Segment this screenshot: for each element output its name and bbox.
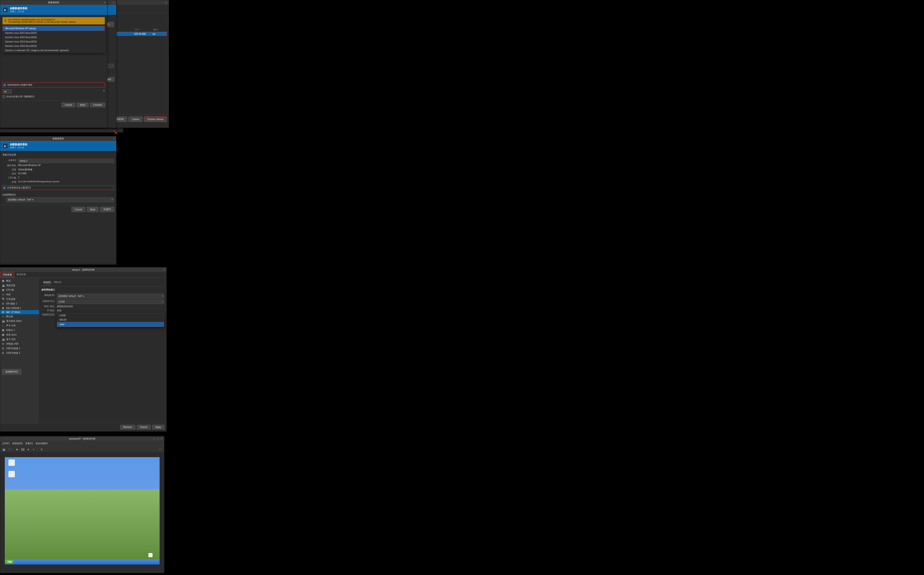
menu-sendkey[interactable]: 发送按键(K) [36,442,48,445]
play-icon[interactable]: ▶ [16,447,19,451]
cdrom-icon: ◉ [2,307,5,310]
computer-icon: 💻 [2,284,5,287]
menu-vm[interactable]: 虚拟机(M) [12,442,22,445]
os-option[interactable]: Generic Linux 2020 (linux2020) [3,35,105,40]
console-icon: ▣ [2,329,5,332]
sidebar-display[interactable]: 💻显示协议 Spice [0,319,39,323]
tab-begin-install[interactable]: 开始安装 [0,272,14,278]
cancel-button[interactable]: Cancel [137,425,151,429]
sidebar-memory[interactable]: ▭内存 [0,292,39,297]
vm-display[interactable]: 开始 [0,453,164,569]
sidebar-ide-cdrom[interactable]: ◉IDE CDROM 1 [0,306,39,310]
add-hardware-button[interactable]: 添加硬件(D) [2,369,21,375]
sidebar-console[interactable]: ▣控制台 1 [0,328,39,332]
clear-icon[interactable]: ⊗ [103,89,105,92]
choose-volume-button[interactable]: Choose Volume [144,116,167,122]
apply-button[interactable]: Apply [152,425,165,429]
tray-icon[interactable] [146,553,155,558]
os-option[interactable]: Generic or unknown OS. Usage is not reco… [3,48,105,52]
sidebar-sysinfo[interactable]: 💻系统信息 [0,283,39,288]
new-vm-step5: 新建虚拟机× ▶创建新虚拟系统步骤 5，共 5 步 准备开始安装 名称(N) 操… [0,136,116,264]
sidebar-video[interactable]: 💻显卡 QXL [0,337,39,342]
maximize-icon[interactable]: □ [156,437,160,440]
xp-taskbar: 开始 [5,559,160,564]
tab-details[interactable]: 详情(D) [43,281,51,285]
sidebar-boot[interactable]: 🔍引导选项 [0,297,39,302]
sidebar-usb-redir2[interactable]: ⊟USB 转发器 2 [0,351,39,355]
tab-xml[interactable]: XML(X) [54,281,62,285]
sidebar-channel[interactable]: ▣信道 spice [0,332,39,337]
tab-cancel-install[interactable]: 取消安装 [14,272,28,278]
cancel-button[interactable]: Cancel [62,103,75,107]
sidebar-overview[interactable]: ▣概况 [0,279,39,283]
os-option[interactable]: Generic Linux 2022 (linux2022) [3,31,105,35]
os-search-input[interactable] [3,89,12,94]
red-arrow-icon: → [0,81,1,86]
model-option[interactable]: e1000 [57,313,164,318]
chevron-down-icon[interactable]: ▾ [32,447,36,451]
sound-icon: ♪ [2,324,5,327]
remove-button[interactable]: Remove [120,425,135,429]
pause-icon[interactable]: ❚❚ [21,447,25,451]
sidebar-nic[interactable]: ⊞NIC :27:28:41 [0,310,39,314]
console-icon[interactable]: 💻 [2,447,6,451]
minimize-icon[interactable]: — [153,437,156,440]
model-option[interactable]: rtl8139 [57,318,164,322]
vm-name-input[interactable] [18,159,114,163]
checkbox-auto-detect[interactable]: 自动从安装介质 / 源检测(U) [3,95,105,98]
sidebar-ide-disk[interactable]: ⊟IDE 磁盘 1 [0,302,39,306]
menu-view[interactable]: 查看(V) [25,442,33,445]
my-computer-icon[interactable] [7,471,16,478]
usb-icon: ⊟ [2,347,5,350]
snapshot-icon[interactable]: ⊞ [40,447,43,451]
xp-desktop: 开始 [5,457,160,564]
close-icon[interactable]: × [112,1,115,4]
menu-file[interactable]: 文件(F) [2,442,10,445]
start-button[interactable]: 开始 [5,560,14,564]
channel-icon: ▣ [2,334,5,336]
forward-button[interactable]: Forward [90,103,105,107]
sidebar-usb-controller[interactable]: ⊟控制器 USB [0,342,39,346]
os-option[interactable]: Generic Linux 2016 (linux2016) [3,44,105,48]
sidebar-usb-redir1[interactable]: ⊟USB 转发器 1 [0,346,39,351]
back-button[interactable]: Back [87,206,98,212]
model-option[interactable]: virtio [57,322,164,327]
close-icon[interactable]: × [162,268,165,271]
sidebar-sound[interactable]: ♪声卡 ich6 [0,323,39,328]
sidebar-cpu[interactable]: ▦CPU 数 [0,288,39,292]
search-icon: 🔍 [2,298,5,300]
usb-icon: ⊟ [2,343,5,345]
sidebar-tablet[interactable]: ▭数位板 [0,314,39,319]
usb-icon: ⊟ [2,352,5,354]
device-model-select[interactable]: e1000 [57,300,164,304]
recycle-bin-icon[interactable] [7,459,16,466]
network-select[interactable]: 虚拟网络 'default' : NAT ▾ [6,197,114,202]
back-button[interactable]: Back [77,103,89,107]
cpu-icon: ▦ [2,289,5,291]
close-icon[interactable]: × [165,1,168,4]
fullscreen-icon[interactable]: ⛶ [159,447,162,451]
close-icon[interactable]: × [160,437,163,440]
os-option[interactable]: Generic Linux 2018 (linux2018) [3,40,105,44]
checkbox-customize[interactable]: 在安装前自定义配置(U) [3,186,114,190]
cancel-button[interactable]: Cancel [129,116,143,122]
os-dropdown: Microsoft Windows XP (winxp) Generic Lin… [3,26,105,53]
network-source-select[interactable]: 虚拟网络 'default' : NAT ▾ [57,294,164,299]
model-dropdown: e1000 rtl8139 virtio [57,313,164,327]
cancel-button[interactable]: Cancel [71,206,86,212]
hardware-sidebar: ▣概况 💻系统信息 ▦CPU 数 ▭内存 🔍引导选项 ⊟IDE 磁盘 1 ◉ID… [0,278,39,424]
tablet-icon: ▭ [2,315,5,318]
stop-icon[interactable]: ■ [27,447,30,451]
os-option[interactable]: Microsoft Windows XP (winxp) [3,26,105,31]
memory-icon: ▭ [2,293,5,296]
vm-hardware-window: winxp-2 - QEMU/KVM× 开始安装取消安装 ▣概况 💻系统信息 ▦… [0,267,167,432]
finish-button[interactable]: 完成(F) [100,206,114,212]
info-icon: ▣ [2,280,5,282]
new-vm-step2-options: 新建虚拟机× ▶创建新虚拟系统步骤 2，共 5 步 ⚠Can't find th… [0,0,107,128]
checkbox-include-eol[interactable]: 包括寿命终止的操作系统 [3,83,105,87]
warning-icon: ⚠ [4,19,7,22]
close-icon[interactable]: × [103,1,106,4]
close-icon[interactable]: × [112,137,115,140]
info-icon[interactable]: ⓘ [8,447,11,451]
network-expand[interactable]: ▸选择网络(E) [3,193,114,196]
